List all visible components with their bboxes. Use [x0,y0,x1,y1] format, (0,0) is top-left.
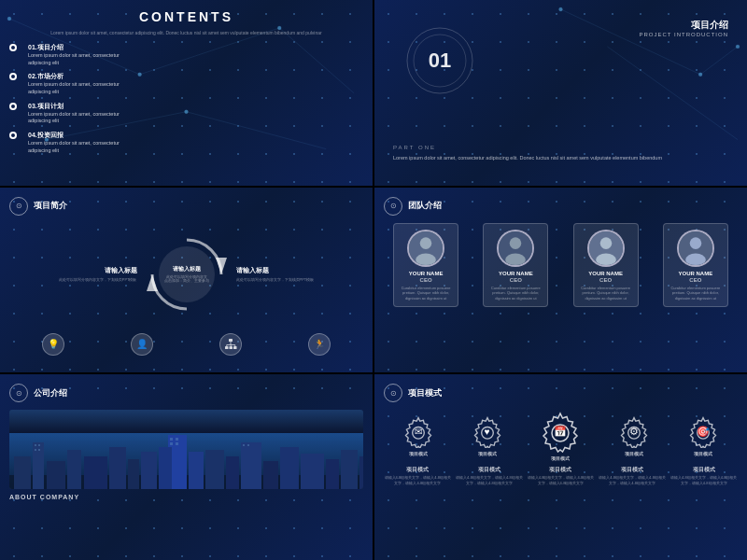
gear-icon-4: ⚙ [629,426,639,438]
svg-rect-52 [128,459,139,489]
avatar-2 [497,230,534,267]
svg-rect-20 [229,339,233,342]
gear-label-5: 项目模式 [694,451,712,456]
about-title: 项目简介 [34,200,67,212]
list-item: 01.项目介绍 Lorem ipsum dolor sit amet, cons… [9,43,363,66]
intro-en-title: PROJECT INTRODUCTION [639,32,728,37]
avatar-person-4 [679,231,712,265]
mode-item-desc-4: 请输入4-8组相关文字，请输入4-8组相关文字，请输入4-8组相关文字 [599,475,667,485]
gear-icon-3: 📅 [554,426,567,438]
item-dot-2 [9,73,17,80]
about-header: ⊙ 项目简介 [9,197,363,216]
gear-label-4: 项目模式 [625,451,643,456]
svg-rect-43 [14,456,31,489]
svg-rect-64 [38,444,40,446]
svg-rect-59 [301,454,324,489]
member-desc-2: Curabitur elementum posuere pretium. Qui… [489,286,542,301]
mode-item-1: 项目模式 请输入4-8组相关文字，请输入4-8组相关文字，请输入4-8组相关文字 [384,467,452,485]
svg-rect-46 [159,447,172,489]
item-text-2: Lorem ipsum dolor sit amet, consectetur … [28,81,120,95]
company-icon: ⊙ [9,384,28,402]
svg-rect-23 [233,346,237,349]
cycle-icon-4: 🏃 [308,333,331,356]
mode-item-title-3: 项目模式 [527,467,595,473]
member-role-2: CEO [489,277,542,283]
mode-item-5: 项目模式 请输入4-8组相关文字，请输入4-8组相关文字，请输入4-8组相关文字 [669,467,738,485]
svg-rect-22 [229,346,233,349]
svg-rect-47 [189,452,204,489]
svg-rect-50 [84,456,107,489]
gear-item-4: ⚙ 项目模式 [617,414,651,456]
svg-rect-62 [359,456,363,489]
item-number-3: 03.项目计划 [28,102,120,111]
team-cards-row: YOUR NAME CEO Curabitur elementum posuer… [384,223,738,308]
cycle-center-title: 请输入标题 [164,265,209,273]
gear-label-2: 项目模式 [478,451,497,456]
cycle-icons-row: 💡 👤 [9,333,363,356]
svg-rect-68 [176,438,178,441]
contents-title: CONTENTS [9,9,363,24]
svg-rect-63 [35,444,36,446]
team-card-4: YOUR NAME CEO Curabitur elementum posuer… [663,223,728,308]
svg-point-37 [596,253,616,266]
item-text-3: Lorem ipsum dolor sit amet, consectetur … [28,111,120,125]
svg-text:01: 01 [429,49,451,72]
member-name-4: YOUR NAME [669,271,722,276]
cycle-detail: 点击添加：简介、主要参与 [164,279,209,283]
list-item: 02.市场分析 Lorem ipsum dolor sit amet, cons… [9,72,363,95]
mode-item-title-1: 项目模式 [384,467,452,473]
city-image [9,410,363,489]
mode-item-4: 项目模式 请输入4-8组相关文字，请输入4-8组相关文字，请输入4-8组相关文字 [599,467,667,485]
mode-item-title-5: 项目模式 [669,467,738,473]
bulb-icon: 💡 [42,333,64,356]
svg-rect-53 [141,452,157,489]
avatar-3 [587,230,625,267]
intro-content-block: PART ONE Lorem ipsum dolor sit amet, con… [393,145,728,162]
company-header: ⊙ 公司介绍 [9,384,363,402]
main-grid: CONTENTS Lorem ipsum dolor sit amet, con… [0,0,747,560]
intro-description: Lorem ipsum dolor sit amet, consectetur … [393,154,728,162]
item-dot-4 [9,132,17,139]
cycle-icon-2: 👤 [131,333,153,356]
avatar-4 [677,230,714,267]
mode-item-2: 项目模式 请输入4-8组相关文字，请输入4-8组相关文字，请输入4-8组相关文字 [456,467,524,485]
company-title: 公司介绍 [34,387,67,399]
member-name-2: YOUR NAME [489,271,542,276]
gear-label-3: 项目模式 [551,455,570,461]
gear-circle-2: ♥ [471,414,504,448]
svg-rect-66 [38,449,40,451]
gear-item-2: ♥ 项目模式 [471,414,504,456]
item-dot-3 [9,103,17,110]
cycle-label1-text: 此处可以填写分项内容文字，下划线页PPT模板 [9,277,137,283]
mode-title: 项目模式 [408,387,442,399]
about-company-label: ABOUT COMPANY [9,494,363,500]
gear-circle-1: ✉ [402,414,435,448]
list-item: 03.项目计划 Lorem ipsum dolor sit amet, cons… [9,102,363,125]
svg-rect-69 [170,442,173,445]
part-label: PART ONE [393,145,728,150]
team-icon: ⊙ [384,197,402,216]
run-icon: 🏃 [308,333,331,356]
mode-header: ⊙ 项目模式 [384,384,738,402]
svg-rect-61 [341,450,358,489]
mode-item-3: 项目模式 请输入4-8组相关文字，请输入4-8组相关文字，请输入4-8组相关文字 [527,467,595,485]
svg-rect-54 [205,450,224,489]
mode-item-title-2: 项目模式 [456,467,524,473]
mode-item-desc-1: 请输入4-8组相关文字，请输入4-8组相关文字，请输入4-8组相关文字 [384,475,452,485]
panel-team: ⊙ 团队介绍 YOUR NAME CEO [374,188,747,373]
avatar-person-3 [589,231,623,265]
team-title: 团队介绍 [408,200,442,212]
gear-row: ✉ 项目模式 ♥ 项目模式 [384,410,738,461]
svg-rect-56 [241,442,261,489]
item-text-4: Lorem ipsum dolor sit amet, consectetur … [28,140,120,154]
intro-circle-decoration: 01 [402,23,477,98]
member-desc-1: Curabitur elementum posuere pretium. Qui… [400,286,452,301]
mode-item-desc-3: 请输入4-8组相关文字，请输入4-8组相关文字，请输入4-8组相关文字 [527,475,595,485]
gear-item-5: 🎯 项目模式 [686,414,720,456]
item-number-4: 04.投资回报 [28,131,120,140]
panel-about: ⊙ 项目简介 请输入标题 此处可以填写分项内容文字，下划线页PPT模板 [0,188,373,373]
gear-item-3: 📅 项目模式 [539,410,582,461]
panel-mode: ⊙ 项目模式 ✉ 项目模式 [374,374,747,560]
item-number-2: 02.市场分析 [28,72,120,81]
gear-icon-2: ♥ [485,427,490,437]
